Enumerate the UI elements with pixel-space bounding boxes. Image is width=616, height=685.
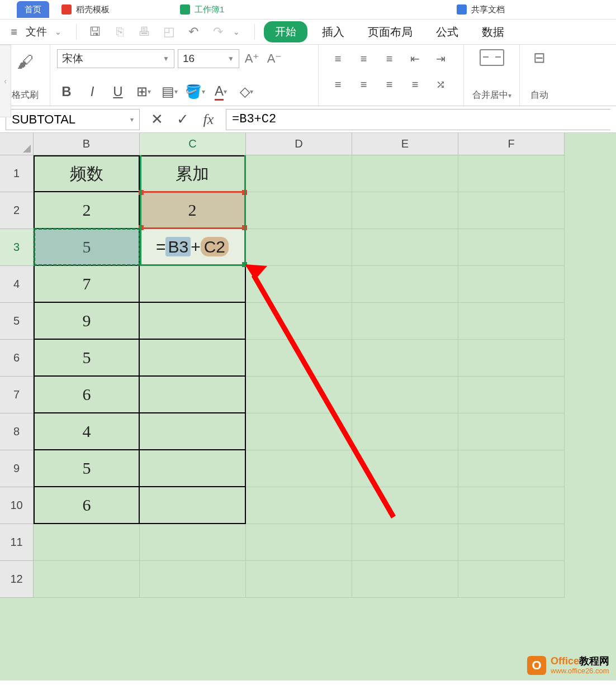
cell-B11[interactable] xyxy=(34,524,140,561)
col-header-B[interactable]: B xyxy=(34,133,140,155)
cell-D5[interactable] xyxy=(246,303,352,340)
cell-grid[interactable]: 频数 累加 2 2 5 =B3+C2 7 9 5 6 xyxy=(34,155,565,598)
row-header-6[interactable]: 6 xyxy=(0,340,34,377)
fx-icon[interactable]: fx xyxy=(200,111,217,128)
cell-B5[interactable]: 9 xyxy=(34,303,140,340)
cell-C12[interactable] xyxy=(140,561,246,598)
cell-D1[interactable] xyxy=(246,155,352,192)
justify-icon[interactable]: ≡ xyxy=(406,75,425,94)
row-header-1[interactable]: 1 xyxy=(0,155,34,192)
select-all-corner[interactable] xyxy=(0,133,34,155)
cell-E11[interactable] xyxy=(352,524,458,561)
cell-E7[interactable] xyxy=(352,377,458,413)
cell-D7[interactable] xyxy=(246,377,352,413)
save-icon[interactable]: 🖫 xyxy=(86,22,105,41)
cell-E12[interactable] xyxy=(352,561,458,598)
cell-C3[interactable]: =B3+C2 xyxy=(140,229,246,266)
ribbon-tab-insert[interactable]: 插入 xyxy=(313,22,353,42)
row-header-12[interactable]: 12 xyxy=(0,561,34,598)
cell-F1[interactable] xyxy=(458,155,565,192)
cell-D6[interactable] xyxy=(246,340,352,377)
cell-E2[interactable] xyxy=(352,192,458,229)
row-header-2[interactable]: 2 xyxy=(0,192,34,229)
cell-F2[interactable] xyxy=(458,192,565,229)
qa-dropdown-icon[interactable]: ⌄ xyxy=(233,27,240,36)
underline-button[interactable]: U xyxy=(108,82,127,101)
cell-C8[interactable] xyxy=(140,413,246,450)
row-header-8[interactable]: 8 xyxy=(0,413,34,450)
cell-E6[interactable] xyxy=(352,340,458,377)
preview-icon[interactable]: ◰ xyxy=(159,22,178,41)
formula-bar[interactable]: =B3+C2 xyxy=(226,109,610,130)
cell-F8[interactable] xyxy=(458,413,565,450)
cell-D9[interactable] xyxy=(246,450,352,487)
clear-format-button[interactable]: ◇▾ xyxy=(237,82,256,101)
format-painter-icon[interactable]: 🖌 xyxy=(12,49,38,75)
align-center-icon[interactable]: ≡ xyxy=(354,75,373,94)
row-header-10[interactable]: 10 xyxy=(0,487,34,524)
tab-workbook[interactable]: 工作簿1 xyxy=(172,1,232,18)
tab-template[interactable]: 稻壳模板 xyxy=(54,1,117,18)
decrease-font-icon[interactable]: A⁻ xyxy=(265,49,284,68)
cell-style-button[interactable]: ▤▾ xyxy=(160,82,179,101)
cell-F10[interactable] xyxy=(458,487,565,524)
cell-D3[interactable] xyxy=(246,229,352,266)
hamburger-icon[interactable]: ≡ xyxy=(8,26,20,38)
cell-F11[interactable] xyxy=(458,524,565,561)
cell-D11[interactable] xyxy=(246,524,352,561)
cell-B6[interactable]: 5 xyxy=(34,340,140,377)
orientation-icon[interactable]: ⤮ xyxy=(432,75,451,94)
row-header-9[interactable]: 9 xyxy=(0,450,34,487)
cell-C5[interactable] xyxy=(140,303,246,340)
tab-shared[interactable]: 共享文档 xyxy=(449,1,513,18)
chevron-down-icon[interactable]: ⌄ xyxy=(55,27,61,36)
cell-B3[interactable]: 5 xyxy=(34,229,140,266)
cell-C1[interactable]: 累加 xyxy=(140,155,246,192)
cell-E9[interactable] xyxy=(352,450,458,487)
ribbon-tab-data[interactable]: 数据 xyxy=(473,22,513,42)
col-header-E[interactable]: E xyxy=(352,133,458,155)
cell-B4[interactable]: 7 xyxy=(34,266,140,303)
cell-B2[interactable]: 2 xyxy=(34,192,140,229)
align-bottom-icon[interactable]: ≡ xyxy=(380,49,399,68)
align-right-icon[interactable]: ≡ xyxy=(380,75,399,94)
cell-E4[interactable] xyxy=(352,266,458,303)
cell-D8[interactable] xyxy=(246,413,352,450)
italic-button[interactable]: I xyxy=(83,82,102,101)
cell-B10[interactable]: 6 xyxy=(34,487,140,524)
cell-B7[interactable]: 6 xyxy=(34,377,140,413)
col-header-C[interactable]: C xyxy=(140,133,246,155)
bold-button[interactable]: B xyxy=(57,82,76,101)
cell-E3[interactable] xyxy=(352,229,458,266)
col-header-F[interactable]: F xyxy=(458,133,565,155)
cell-F4[interactable] xyxy=(458,266,565,303)
cell-C9[interactable] xyxy=(140,450,246,487)
cell-E10[interactable] xyxy=(352,487,458,524)
cell-B9[interactable]: 5 xyxy=(34,450,140,487)
col-header-D[interactable]: D xyxy=(246,133,352,155)
share-icon[interactable]: ⎘ xyxy=(110,22,129,41)
confirm-icon[interactable]: ✓ xyxy=(174,111,191,128)
align-left-icon[interactable]: ≡ xyxy=(329,75,348,94)
cell-C7[interactable] xyxy=(140,377,246,413)
align-middle-icon[interactable]: ≡ xyxy=(354,49,373,68)
row-header-11[interactable]: 11 xyxy=(0,524,34,561)
row-header-5[interactable]: 5 xyxy=(0,303,34,340)
border-button[interactable]: ⊞▾ xyxy=(134,82,153,101)
row-header-3[interactable]: 3 xyxy=(0,229,34,266)
align-top-icon[interactable]: ≡ xyxy=(329,49,348,68)
indent-decrease-icon[interactable]: ⇤ xyxy=(406,49,425,68)
merge-icon[interactable] xyxy=(480,49,504,66)
cell-D2[interactable] xyxy=(246,192,352,229)
font-color-button[interactable]: A▾ xyxy=(211,82,230,101)
ribbon-tab-layout[interactable]: 页面布局 xyxy=(359,22,421,42)
ribbon-tab-formula[interactable]: 公式 xyxy=(427,22,467,42)
cell-F6[interactable] xyxy=(458,340,565,377)
cell-C11[interactable] xyxy=(140,524,246,561)
cell-F3[interactable] xyxy=(458,229,565,266)
font-size-select[interactable]: 16▼ xyxy=(178,49,239,68)
row-header-4[interactable]: 4 xyxy=(0,266,34,303)
cell-D4[interactable] xyxy=(246,266,352,303)
cell-B12[interactable] xyxy=(34,561,140,598)
panel-collapse[interactable]: ‹ xyxy=(0,45,11,117)
